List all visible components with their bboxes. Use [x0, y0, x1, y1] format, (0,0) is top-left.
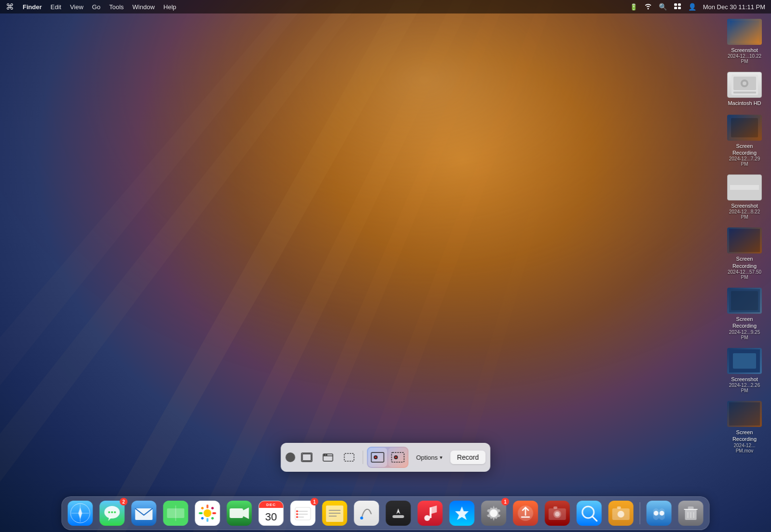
svg-rect-21	[729, 229, 760, 252]
icon-sublabel: 2024-12... PM.mov	[725, 443, 764, 453]
svg-point-32	[326, 454, 327, 455]
svg-rect-53	[207, 505, 209, 508]
icon-label: Screenshot	[731, 47, 758, 53]
capture-selection-button[interactable]	[340, 448, 359, 467]
svg-rect-11	[678, 7, 681, 9]
svg-rect-86	[554, 506, 558, 509]
svg-rect-26	[729, 402, 760, 426]
icon-thumbnail	[727, 227, 762, 253]
svg-point-52	[204, 509, 212, 517]
svg-point-17	[743, 81, 746, 85]
desktop-icon-screen-recording-4[interactable]: Screen Recording 2024-12... PM.mov	[723, 399, 766, 455]
menubar-right: 🔋 🔍 👤 Mon Dec 30 11:11 PM	[630, 3, 765, 11]
desktop-icon-screenshot-2[interactable]: Screenshot 2024-12...8.22 PM	[723, 173, 766, 222]
capture-fullscreen-button[interactable]	[297, 448, 317, 467]
svg-rect-33	[345, 453, 354, 461]
control-center-icon[interactable]	[674, 3, 681, 11]
icon-label: Screen Recording	[725, 255, 764, 269]
facetime-icon	[227, 501, 252, 526]
dock-item-trash[interactable]	[677, 499, 705, 527]
svg-rect-58	[211, 506, 214, 510]
dock-item-mail[interactable]	[130, 499, 158, 527]
svg-rect-28	[303, 454, 311, 461]
user-icon[interactable]: 👤	[688, 3, 696, 11]
svg-rect-76	[393, 515, 404, 518]
icon-thumbnail	[727, 348, 762, 374]
safari-icon	[68, 501, 93, 526]
record-fullscreen-button[interactable]	[368, 448, 387, 467]
datetime: Mon Dec 30 11:11 PM	[703, 3, 765, 11]
mail-icon	[132, 501, 157, 526]
desktop-icon-screen-recording-3[interactable]: Screen Recording 2024-12...9.25 PM	[723, 286, 766, 342]
svg-rect-12	[730, 21, 759, 43]
icon-thumbnail	[727, 288, 762, 314]
svg-rect-23	[731, 291, 758, 310]
svg-point-36	[375, 456, 377, 458]
dock-item-finder[interactable]	[645, 499, 673, 527]
menu-edit[interactable]: Edit	[51, 3, 61, 11]
finder-icon	[647, 501, 672, 526]
options-button[interactable]: Options ▾	[411, 451, 449, 464]
search-icon[interactable]: 🔍	[659, 3, 667, 11]
dock-item-maps[interactable]	[162, 499, 190, 527]
dock-item-quicklook[interactable]	[575, 499, 603, 527]
svg-marker-75	[397, 508, 400, 514]
dock-item-appletv[interactable]	[385, 499, 412, 527]
record-selection-button[interactable]	[388, 448, 408, 467]
desktop-icon-screen-recording-1[interactable]: Screen Recording 2024-12...7.29 PM	[723, 113, 766, 169]
options-label: Options	[416, 454, 438, 461]
dock-item-transloader[interactable]	[512, 499, 540, 527]
dock: 2	[62, 496, 710, 530]
svg-rect-19	[731, 118, 758, 137]
menu-tools[interactable]: Tools	[109, 3, 123, 11]
icon-thumbnail	[727, 174, 762, 200]
close-button[interactable]	[286, 452, 295, 462]
dock-item-calendar[interactable]: DEC 30	[257, 499, 285, 527]
icon-sublabel: 2024-12...7.29 PM	[725, 156, 764, 167]
svg-rect-70	[326, 505, 344, 522]
desktop-icon-screen-recording-2[interactable]: Screen Recording 2024-12...57.50 PM	[723, 226, 766, 282]
capture-window-button[interactable]	[319, 448, 338, 467]
dock-item-photobooth[interactable]	[544, 499, 572, 527]
dock-item-freeform[interactable]	[353, 499, 381, 527]
dock-item-music[interactable]	[416, 499, 444, 527]
quicklook-icon	[577, 501, 602, 526]
record-label: Record	[457, 453, 479, 461]
icon-label: Screen Recording	[725, 429, 764, 443]
menu-help[interactable]: Help	[163, 3, 176, 11]
toolbar-separator	[363, 451, 363, 464]
trash-icon	[678, 501, 704, 526]
record-mode-section	[367, 447, 409, 468]
svg-rect-60	[211, 517, 214, 520]
desktop-icon-screenshot-main[interactable]: Screenshot 2024-12...10.22 PM	[723, 17, 766, 66]
svg-point-85	[555, 512, 560, 517]
desktop-icon-macintosh-hd[interactable]: Macintosh HD	[723, 70, 766, 108]
dock-item-settings[interactable]: 1	[480, 499, 508, 527]
music-icon	[418, 501, 443, 526]
svg-rect-55	[199, 512, 203, 514]
app-name[interactable]: Finder	[23, 3, 42, 11]
menubar-left: ⌘ Finder Edit View Go Tools Window Help	[6, 2, 176, 12]
dock-item-appstore[interactable]	[448, 499, 476, 527]
icon-thumbnail	[727, 19, 762, 45]
dock-item-photos[interactable]	[194, 499, 222, 527]
record-button[interactable]: Record	[450, 451, 485, 464]
dock-item-facetime[interactable]	[226, 499, 253, 527]
svg-rect-20	[730, 185, 759, 190]
desktop-icon-screenshot-3[interactable]: Screenshot 2024-12...2.26 PM	[723, 346, 766, 395]
menu-window[interactable]: Window	[133, 3, 155, 11]
svg-marker-62	[243, 507, 249, 519]
dock-item-safari[interactable]	[66, 499, 94, 527]
dock-item-messages[interactable]: 2	[98, 499, 126, 527]
notes-icon	[322, 501, 347, 526]
dock-item-imagecapture[interactable]	[607, 499, 635, 527]
svg-line-88	[593, 517, 597, 521]
apple-menu[interactable]: ⌘	[6, 2, 14, 12]
menu-view[interactable]: View	[70, 3, 83, 11]
menu-go[interactable]: Go	[92, 3, 100, 11]
imagecapture-icon	[609, 501, 634, 526]
svg-rect-8	[674, 3, 677, 6]
dock-item-notes[interactable]	[321, 499, 349, 527]
dock-item-reminders[interactable]: 1	[289, 499, 317, 527]
svg-point-68	[296, 513, 298, 515]
